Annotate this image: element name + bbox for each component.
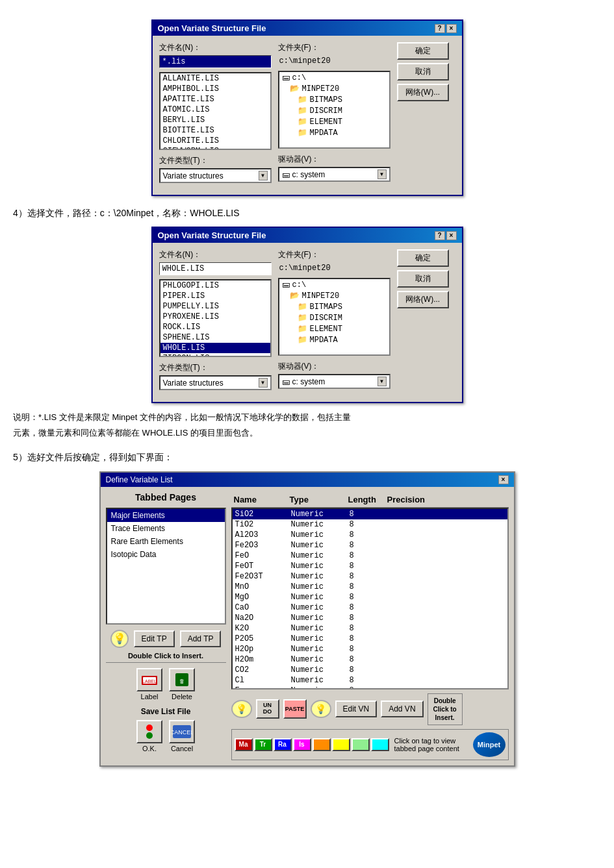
dialog2-close-btn[interactable]: × [446,231,457,240]
dialog2-cancel-btn[interactable]: 取消 [397,270,449,288]
list-item[interactable]: PIPER.LIS [160,291,270,301]
dialog1-help-btn[interactable]: ? [435,24,445,33]
table-row[interactable]: P2O5Numeric8 [233,634,507,644]
list-item[interactable]: 📁 DISCRIM [279,312,389,323]
list-item[interactable]: ROCK.LIS [160,322,270,332]
edit-tp-btn[interactable]: Edit TP [134,630,175,647]
dialog2-file-listbox[interactable]: PHLOGOPI.LIS PIPER.LIS PUMPELLY.LIS PYRO… [159,279,272,357]
var-table-body[interactable]: SiO2Numeric8 TiO2Numeric8 Al2O3Numeric8 … [231,508,509,689]
drive2-dropdown-arrow[interactable]: ▼ [377,377,387,386]
edit-vn-btn[interactable]: Edit VN [335,701,377,717]
color-tab-ra[interactable]: Ra [274,738,292,751]
list-item[interactable]: ATOMIC.LIS [160,105,270,115]
dialog1-filename-label: 文件名(N)： [159,42,272,53]
add-vn-btn[interactable]: Add VN [381,701,423,717]
dialog1-ok-btn[interactable]: 确定 [397,42,449,60]
table-row[interactable]: Fe2O3Numeric8 [233,540,507,551]
dialog2-folder-label: 文件夹(F)： [278,249,390,260]
tab-list[interactable]: Major Elements Trace Elements Rare Earth… [106,508,226,625]
tab-rare-earth[interactable]: Rare Earth Elements [107,535,225,548]
table-row[interactable]: Fe2O3TNumeric8 [233,571,507,582]
list-item[interactable]: PHLOGOPI.LIS [160,280,270,291]
dialog2-help-btn[interactable]: ? [435,231,445,240]
tab-isotopic[interactable]: Isotopic Data [107,548,225,561]
folder-icon: 📁 [298,117,307,127]
dialog2-left-panel: 文件名(N)： PHLOGOPI.LIS PIPER.LIS PUMPELLY.… [159,249,272,390]
list-item[interactable]: APATITE.LIS [160,94,270,105]
list-item[interactable]: AMPHIBOL.LIS [160,84,270,94]
color-tab-yellow[interactable] [332,738,350,751]
filetype-dropdown-arrow[interactable]: ▼ [259,171,268,180]
list-item[interactable]: 📁 ELEMENT [279,323,389,334]
table-row[interactable]: CaONumeric8 [233,602,507,613]
table-row[interactable]: K2ONumeric8 [233,623,507,634]
list-item[interactable]: 📂 MINPET20 [279,290,389,301]
color-tab-orange[interactable] [313,738,331,751]
dvl-titlebar: Define Variable List × [101,473,514,487]
color-tab-cyan[interactable] [371,738,389,751]
dialog2-folder-listbox[interactable]: 🖴 c:\ 📂 MINPET20 📁 BITMAPS 📁 DISCRIM [278,278,390,356]
dialog2-open-variate: Open Variate Structure File ? × 文件名(N)： … [151,227,463,403]
list-item[interactable]: 🖴 c:\ [279,72,389,83]
dialog1-cancel-btn[interactable]: 取消 [397,63,449,81]
filetype2-dropdown-arrow[interactable]: ▼ [259,378,268,388]
color-tabs-description: Click on tag to view tabbed page content [394,737,472,752]
list-item[interactable]: 📁 BITMAPS [279,301,389,312]
list-item[interactable]: SPHENE.LIS [160,332,270,343]
delete-icon-btn[interactable]: 🗑 [169,668,195,691]
list-item[interactable]: 🖴 c:\ [279,279,389,290]
table-row[interactable]: FeOTNumeric8 [233,561,507,571]
table-row[interactable]: H2OmNumeric8 [233,654,507,665]
table-row[interactable]: Al2O3Numeric8 [233,530,507,540]
table-row[interactable]: ClNumeric8 [233,675,507,686]
dialog1-close-btn[interactable]: × [446,24,457,33]
add-tp-btn[interactable]: Add TP [180,630,222,647]
table-row[interactable]: SiO2Numeric8 [233,509,507,519]
list-item[interactable]: 📁 MPDATA [279,334,389,345]
list-item[interactable]: CIFWWORM.LIS [160,146,270,150]
dialog1-left-panel: 文件名(N)： ALLANITE.LIS AMPHIBOL.LIS APATIT… [159,42,272,183]
list-item-whole-lis[interactable]: WHOLE.LIS [160,343,270,353]
table-row[interactable]: CO2Numeric8 [233,665,507,675]
table-row[interactable]: MgONumeric8 [233,592,507,602]
list-item[interactable]: ALLANITE.LIS [160,73,270,84]
tab-major-elements[interactable]: Major Elements [107,509,225,522]
dialog1-network-btn[interactable]: 网络(W)... [397,84,449,101]
table-row[interactable]: FeONumeric8 [233,551,507,561]
dvl-close-btn[interactable]: × [498,475,509,484]
color-tab-ma[interactable]: Ma [235,738,253,751]
color-tab-tr[interactable]: Tr [254,738,272,751]
cancel-icon-btn[interactable]: CANCEL [169,720,195,743]
svg-text:CANCEL: CANCEL [172,729,192,736]
table-row[interactable]: FNumeric8 [233,686,507,689]
list-item[interactable]: 📁 DISCRIM [279,105,389,116]
color-tab-lightgreen[interactable] [352,738,370,751]
table-row[interactable]: Na2ONumeric8 [233,613,507,623]
table-row[interactable]: H2OpNumeric8 [233,644,507,654]
list-item[interactable]: BERYL.LIS [160,115,270,125]
color-tab-is[interactable]: Is [293,738,311,751]
label-icon-btn[interactable]: LABEL [136,668,162,691]
list-item[interactable]: PYROXENE.LIS [160,312,270,322]
list-item[interactable]: PUMPELLY.LIS [160,301,270,312]
list-item[interactable]: 📂 MINPET20 [279,83,389,94]
list-item[interactable]: 📁 ELEMENT [279,116,389,127]
drive-dropdown-arrow[interactable]: ▼ [377,169,387,179]
dialog2-ok-btn[interactable]: 确定 [397,249,449,267]
list-item[interactable]: BIOTITE.LIS [160,125,270,136]
undo-btn[interactable]: UNDO [256,699,279,719]
tab-trace-elements[interactable]: Trace Elements [107,522,225,535]
dialog1-file-listbox[interactable]: ALLANITE.LIS AMPHIBOL.LIS APATITE.LIS AT… [159,72,272,150]
dialog2-filename-input[interactable] [159,262,272,275]
dialog1-filename-input[interactable] [159,55,272,68]
paste-btn[interactable]: PASTE [283,699,307,719]
dialog1-folder-listbox[interactable]: 🖴 c:\ 📂 MINPET20 📁 BITMAPS 📁 DISCRIM [278,71,390,149]
list-item[interactable]: CHLORITE.LIS [160,136,270,146]
table-row[interactable]: TiO2Numeric8 [233,519,507,530]
list-item[interactable]: 📁 MPDATA [279,127,389,138]
table-row[interactable]: MnONumeric8 [233,582,507,592]
list-item[interactable]: 📁 BITMAPS [279,94,389,105]
list-item[interactable]: ZIRCON.LIS [160,353,270,357]
ok-icon-btn[interactable] [136,720,162,743]
dialog2-network-btn[interactable]: 网络(W)... [397,291,449,308]
